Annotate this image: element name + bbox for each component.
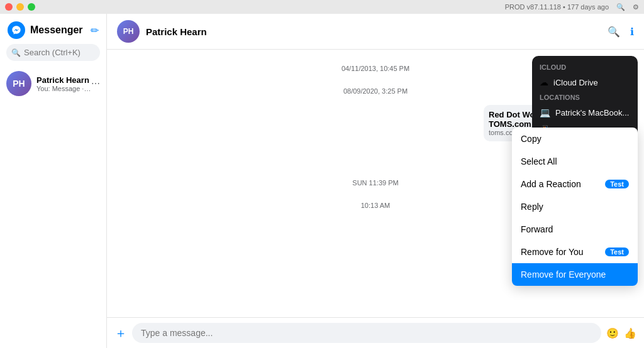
app-container: Messenger ✏ 🔍 PH Patrick Hearn You: Mess… <box>0 14 644 348</box>
conversation-item[interactable]: PH Patrick Hearn You: Message · Just now… <box>0 66 106 101</box>
remove-you-badge: Test <box>605 247 629 256</box>
messenger-icon <box>11 25 21 35</box>
icloud-drive-label: iCloud Drive <box>553 78 630 87</box>
sidebar-header-left: Messenger <box>8 21 83 39</box>
message-input[interactable] <box>132 323 601 343</box>
sidebar-title: Messenger <box>30 24 83 36</box>
add-reaction-badge: Test <box>605 180 629 188</box>
conv-info: Patrick Hearn You: Message · Just now <box>36 75 91 92</box>
chat-avatar-initials: PH <box>123 27 134 36</box>
copy-label: Copy <box>521 134 541 144</box>
like-button[interactable]: 👍 <box>624 327 636 339</box>
remove-you-label: Remove for You <box>521 247 584 257</box>
context-reply[interactable]: Reply <box>512 195 638 218</box>
search-box: 🔍 <box>6 44 100 61</box>
titlebar-controls <box>5 3 35 11</box>
context-remove-everyone[interactable]: Remove for Everyone <box>512 263 638 286</box>
titlebar-left <box>5 3 35 11</box>
chat-header: PH Patrick Hearn 🔍 ℹ <box>107 14 644 50</box>
edit-icon[interactable]: ✏ <box>91 24 99 36</box>
add-button[interactable]: ＋ <box>114 325 127 342</box>
search-icon: 🔍 <box>11 48 21 57</box>
titlebar-right: PROD v87.11.118 • 177 days ago 🔍 ⚙ <box>505 3 639 11</box>
context-add-reaction[interactable]: Add a Reaction Test <box>512 173 638 195</box>
search-chat-button[interactable]: 🔍 <box>608 26 620 38</box>
context-select-all[interactable]: Select All <box>512 150 638 173</box>
icloud-drive-item[interactable]: ☁ iCloud Drive <box>532 73 638 91</box>
info-button[interactable]: ℹ <box>630 26 634 38</box>
gear-icon[interactable]: ⚙ <box>633 3 639 11</box>
conversation-list: PH Patrick Hearn You: Message · Just now… <box>0 66 106 348</box>
chat-header-name: Patrick Hearn <box>146 26 207 37</box>
select-all-label: Select All <box>521 156 557 166</box>
context-remove-you[interactable]: Remove for You Test <box>512 241 638 263</box>
version-label: PROD v87.11.118 • 177 days ago <box>505 3 609 11</box>
maximize-button[interactable] <box>28 3 35 11</box>
avatar-initials: PH <box>6 71 31 96</box>
forward-label: Forward <box>521 224 553 234</box>
app-icon <box>8 21 25 39</box>
locations-section-title: Locations <box>532 91 638 104</box>
emoji-button[interactable]: 🙂 <box>606 327 619 339</box>
laptop-icon: 💻 <box>540 107 550 117</box>
messages-area: 04/11/2013, 10:45 PM 08/09/2020, 3:25 PM… <box>107 50 644 317</box>
input-bar: ＋ 🙂 👍 <box>107 317 644 348</box>
macbook-item[interactable]: 💻 Patrick's MacBook... <box>532 104 638 121</box>
add-reaction-label: Add a Reaction <box>521 179 581 189</box>
titlebar: PROD v87.11.118 • 177 days ago 🔍 ⚙ <box>0 0 644 14</box>
icloud-section-title: iCloud <box>532 61 638 73</box>
context-forward[interactable]: Forward <box>512 218 638 241</box>
chat-avatar: PH <box>117 20 140 43</box>
sidebar-header: Messenger ✏ <box>0 14 106 44</box>
remove-everyone-label: Remove for Everyone <box>521 269 606 280</box>
conv-name: Patrick Hearn <box>36 75 91 85</box>
context-menu: Copy Select All Add a Reaction Test Repl… <box>512 128 638 286</box>
avatar: PH <box>6 71 31 96</box>
cloud-icon: ☁ <box>540 77 548 87</box>
chat-main: PH Patrick Hearn 🔍 ℹ 04/11/2013, 10:45 P… <box>107 14 644 348</box>
conv-preview: You: Message · Just now <box>36 85 91 92</box>
context-copy[interactable]: Copy <box>512 128 638 150</box>
chat-header-actions: 🔍 ℹ <box>608 26 634 38</box>
input-actions: 🙂 👍 <box>606 327 636 339</box>
conv-options-icon[interactable]: ⋯ <box>91 79 100 89</box>
close-button[interactable] <box>5 3 13 11</box>
search-icon[interactable]: 🔍 <box>616 3 625 11</box>
macbook-label: Patrick's MacBook... <box>555 108 630 117</box>
reply-label: Reply <box>521 202 543 212</box>
sidebar: Messenger ✏ 🔍 PH Patrick Hearn You: Mess… <box>0 14 107 348</box>
minimize-button[interactable] <box>16 3 24 11</box>
